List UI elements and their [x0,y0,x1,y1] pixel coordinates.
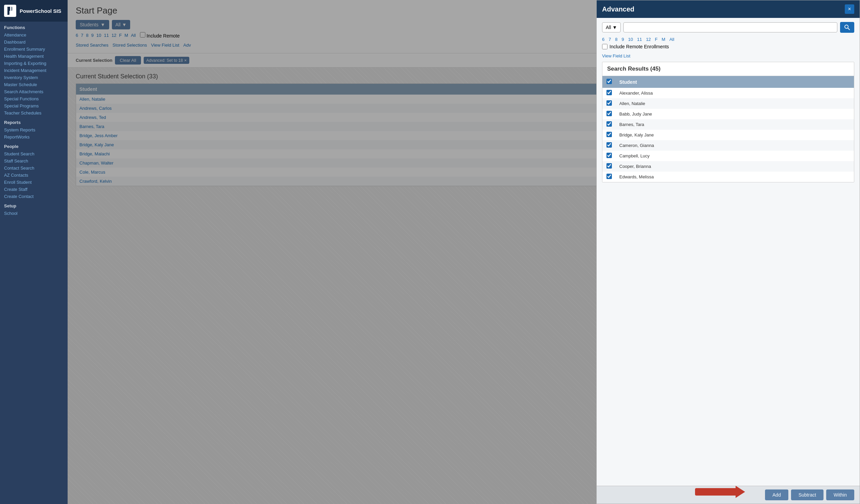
result-checkbox-cell[interactable] [602,172,616,182]
list-item[interactable]: Cooper, Brianna [602,161,854,172]
sidebar-section-functions: Functions [0,21,68,31]
list-item[interactable]: Barnes, Tara [602,119,854,130]
result-name-cell: Cameron, Gianna [616,140,854,151]
list-item[interactable]: Edwards, Melissa [602,172,854,182]
result-checkbox-cell[interactable] [602,98,616,109]
modal-grade-link-all[interactable]: All [669,37,674,42]
modal-title: Advanced [602,5,634,13]
modal-grade-link-9[interactable]: 9 [622,37,624,42]
sidebar-item-reportworks[interactable]: ReportWorks [0,133,68,140]
modal-search-button[interactable] [840,22,854,33]
results-student-col-header: Student [616,76,854,88]
result-name-cell: Allen, Natalie [616,98,854,109]
sidebar-item-student-search[interactable]: Student Search [0,150,68,158]
modal-close-button[interactable]: × [845,4,854,14]
result-checkbox[interactable] [606,132,612,137]
sidebar-item-contact-search[interactable]: Contact Search [0,164,68,172]
sidebar-item-master-schedule[interactable]: Master Schedule [0,81,68,88]
sidebar-item-importing-exporting[interactable]: Importing & Exporting [0,60,68,67]
result-checkbox[interactable] [606,111,612,116]
modal-results-section: Search Results (45) Student Alexander, A… [602,62,854,182]
list-item[interactable]: Allen, Natalie [602,98,854,109]
result-name-cell: Alexander, Alissa [616,88,854,98]
svg-line-5 [848,28,849,30]
result-checkbox-cell[interactable] [602,109,616,119]
list-item[interactable]: Alexander, Alissa [602,88,854,98]
modal-header: Advanced × [597,0,860,18]
modal-all-dropdown[interactable]: All ▼ [602,22,621,32]
modal-grade-link-f[interactable]: F [655,37,658,42]
modal-overlay: Advanced × All ▼ 6 7 8 9 10 11 12 F M Al… [68,0,860,504]
sidebar-item-az-contacts[interactable]: AZ Contacts [0,172,68,179]
list-item[interactable]: Campbell, Lucy [602,151,854,161]
include-remote-label: Include Remote Enrollments [610,44,669,49]
result-name-cell: Campbell, Lucy [616,151,854,161]
svg-rect-2 [10,7,12,11]
within-button[interactable]: Within [826,489,854,500]
include-remote-row: Include Remote Enrollments [602,44,669,49]
sidebar-item-special-functions[interactable]: Special Functions [0,95,68,102]
modal-body: All ▼ 6 7 8 9 10 11 12 F M All Include R… [597,18,860,486]
result-checkbox-cell[interactable] [602,88,616,98]
modal-grade-link-6[interactable]: 6 [602,37,604,42]
sidebar-item-system-reports[interactable]: System Reports [0,126,68,133]
sidebar-item-enrollment-summary[interactable]: Enrollment Summary [0,46,68,53]
sidebar-item-dashboard[interactable]: Dashboard [0,39,68,46]
result-checkbox[interactable] [606,142,612,148]
modal-grade-link-10[interactable]: 10 [628,37,633,42]
result-checkbox[interactable] [606,90,612,95]
modal-view-field-list-link[interactable]: View Field List [602,54,630,58]
results-table: Student Alexander, AlissaAllen, NatalieB… [602,76,854,182]
list-item[interactable]: Bridge, Kaly Jane [602,130,854,140]
main-content: Start Page Students ▼ All ▼ 6789101112FM… [68,0,860,504]
results-check-all[interactable] [606,79,612,84]
sidebar-item-school[interactable]: School [0,210,68,217]
list-item[interactable]: Babb, Judy Jane [602,109,854,119]
sidebar-item-staff-search[interactable]: Staff Search [0,158,68,164]
modal-grade-link-12[interactable]: 12 [646,37,651,42]
result-checkbox[interactable] [606,100,612,106]
modal-grade-link-8[interactable]: 8 [615,37,617,42]
modal-search-input[interactable] [624,22,837,32]
result-checkbox-cell[interactable] [602,151,616,161]
results-check-all-col [602,76,616,88]
subtract-button[interactable]: Subtract [791,489,823,500]
modal-grade-link-7[interactable]: 7 [608,37,611,42]
result-checkbox-cell[interactable] [602,119,616,130]
add-button[interactable]: Add [765,489,788,500]
result-checkbox[interactable] [606,163,612,168]
arrow-indicator [695,486,745,498]
arrow-body [695,488,735,495]
sidebar-item-teacher-schedules[interactable]: Teacher Schedules [0,109,68,117]
modal-grade-link-m[interactable]: M [662,37,665,42]
result-checkbox-cell[interactable] [602,140,616,151]
result-name-cell: Barnes, Tara [616,119,854,130]
modal-grade-link-11[interactable]: 11 [637,37,642,42]
ps-logo [4,5,16,17]
result-checkbox[interactable] [606,153,612,158]
arrow-head [735,486,745,498]
sidebar-section-setup: Setup [0,200,68,210]
sidebar-item-health-management[interactable]: Health Management [0,53,68,60]
sidebar-item-incident-management[interactable]: Incident Management [0,67,68,74]
list-item[interactable]: Cameron, Gianna [602,140,854,151]
sidebar-item-special-programs[interactable]: Special Programs [0,102,68,109]
sidebar: PowerSchool SIS FunctionsAttendanceDashb… [0,0,68,504]
result-checkbox[interactable] [606,121,612,127]
include-remote-checkbox[interactable] [602,44,607,49]
sidebar-item-create-staff[interactable]: Create Staff [0,186,68,193]
advanced-modal: Advanced × All ▼ 6 7 8 9 10 11 12 F M Al… [596,0,860,504]
sidebar-item-enroll-student[interactable]: Enroll Student [0,179,68,186]
sidebar-item-attendance[interactable]: Attendance [0,31,68,39]
sidebar-item-inventory-system[interactable]: Inventory System [0,74,68,81]
result-name-cell: Edwards, Melissa [616,172,854,182]
result-name-cell: Cooper, Brianna [616,161,854,172]
result-checkbox-cell[interactable] [602,130,616,140]
sidebar-item-create-contact[interactable]: Create Contact [0,193,68,200]
result-checkbox-cell[interactable] [602,161,616,172]
result-checkbox[interactable] [606,174,612,179]
sidebar-header: PowerSchool SIS [0,0,68,21]
result-name-cell: Babb, Judy Jane [616,109,854,119]
modal-search-row: All ▼ [602,22,854,33]
sidebar-item-search-attachments[interactable]: Search Attachments [0,88,68,95]
